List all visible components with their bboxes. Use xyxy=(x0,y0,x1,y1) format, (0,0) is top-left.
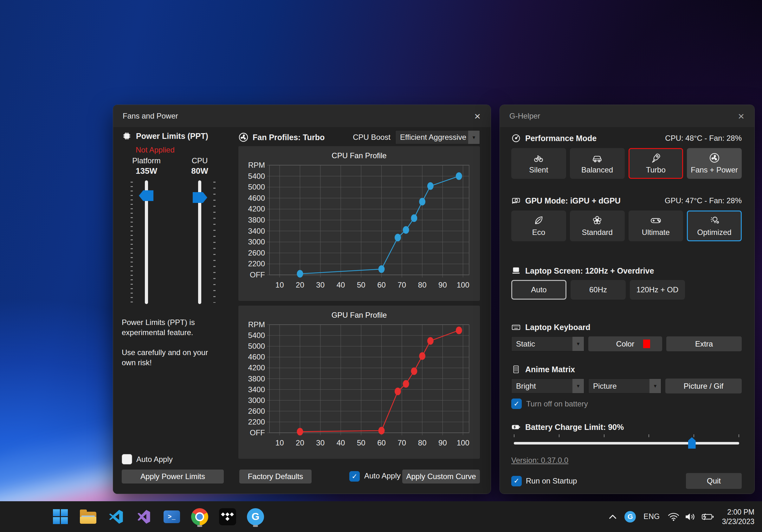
performance-tile-turbo[interactable]: Turbo xyxy=(629,148,683,179)
fan-curve-point[interactable] xyxy=(427,337,434,344)
laptop-icon xyxy=(511,266,521,275)
fan-curve-point[interactable] xyxy=(427,182,434,190)
gpu-fan-chart-panel: GPU Fan Profile OFF220026003000340038004… xyxy=(238,306,480,459)
keyboard-backlight-mode-dropdown[interactable]: Static ▾ xyxy=(511,337,584,351)
chevron-down-icon[interactable]: ▾ xyxy=(572,379,584,393)
version-link[interactable]: Version: 0.37.0.0 xyxy=(511,456,568,465)
battery-charge-slider[interactable] xyxy=(511,434,742,449)
apply-power-limits-button[interactable]: Apply Power Limits xyxy=(122,470,224,484)
gpu-tile-optimized[interactable]: Optimized xyxy=(687,210,742,241)
fan-curve-point[interactable] xyxy=(297,270,303,278)
slider-ticks xyxy=(130,182,133,303)
svg-text:2200: 2200 xyxy=(248,418,265,426)
screen-button-60hz[interactable]: 60Hz xyxy=(571,280,626,300)
matrix-brightness-dropdown[interactable]: Bright ▾ xyxy=(511,379,584,394)
language-indicator[interactable]: ENG xyxy=(644,512,660,521)
hidden-icons-chevron-icon[interactable] xyxy=(609,514,617,520)
fan-curve-point[interactable] xyxy=(403,380,409,388)
volume-icon[interactable] xyxy=(685,512,696,521)
matrix-content-dropdown[interactable]: Picture ▾ xyxy=(588,379,661,394)
screen-button-120hz-od[interactable]: 120Hz + OD xyxy=(630,280,685,300)
fan-curve-point[interactable] xyxy=(411,214,417,222)
platform-power-slider[interactable] xyxy=(127,181,166,304)
power-limits-auto-apply-label: Auto Apply xyxy=(136,455,173,464)
gpu-tile-eco[interactable]: Eco xyxy=(511,210,566,241)
svg-text:10: 10 xyxy=(275,438,284,447)
close-icon[interactable]: × xyxy=(735,111,747,121)
slider-track[interactable] xyxy=(514,442,739,444)
performance-tile-fans-power[interactable]: Fans + Power xyxy=(687,148,742,179)
fans-window-title: Fans and Power xyxy=(123,112,178,120)
gpu-tile-ultimate[interactable]: Ultimate xyxy=(629,210,683,241)
chevron-down-icon[interactable]: ▾ xyxy=(468,131,480,144)
fan-curve-point[interactable] xyxy=(456,327,462,334)
keyboard-extra-button[interactable]: Extra xyxy=(666,337,742,351)
fan-curve-point[interactable] xyxy=(419,352,425,360)
gpu-fan-curve-chart[interactable]: OFF220026003000340038004200460050005400R… xyxy=(242,320,477,451)
taskbar-file-explorer-icon[interactable] xyxy=(78,507,98,527)
taskbar-visual-studio-icon[interactable] xyxy=(134,507,154,527)
laptop-screen-buttons: Auto60Hz120Hz + OD xyxy=(511,280,742,300)
taskbar-app-icons: >_G xyxy=(50,507,266,527)
matrix-battery-off-checkbox[interactable] xyxy=(511,399,522,409)
performance-mode-tiles: SilentBalancedTurboFans + Power xyxy=(511,148,742,179)
fan-curve-point[interactable] xyxy=(419,198,425,205)
svg-text:80: 80 xyxy=(418,280,427,289)
chevron-down-icon[interactable]: ▾ xyxy=(572,337,584,351)
fan-curve-point[interactable] xyxy=(411,367,417,375)
keyboard-color-button[interactable]: Color xyxy=(588,337,662,351)
taskbar-windows-start-icon[interactable] xyxy=(50,507,70,527)
svg-text:3800: 3800 xyxy=(248,216,265,224)
screen-button-auto[interactable]: Auto xyxy=(511,280,567,300)
fan-curve-point[interactable] xyxy=(395,234,401,241)
performance-tile-silent[interactable]: Silent xyxy=(511,148,566,179)
svg-text:2200: 2200 xyxy=(248,259,265,268)
chevron-down-icon[interactable]: ▾ xyxy=(649,379,661,393)
curve-auto-apply-checkbox[interactable] xyxy=(349,471,360,482)
cpu-slider-thumb[interactable] xyxy=(193,192,207,203)
anime-matrix-header: Anime Matrix xyxy=(511,365,742,374)
performance-tile-balanced[interactable]: Balanced xyxy=(570,148,625,179)
fan-curve-point[interactable] xyxy=(378,266,385,273)
svg-text:4200: 4200 xyxy=(248,204,265,213)
apply-custom-curve-button[interactable]: Apply Custom Curve xyxy=(402,470,480,484)
cpu-fan-curve-chart[interactable]: OFF220026003000340038004200460050005400R… xyxy=(242,161,477,293)
gpu-mode-header: GPU Mode: iGPU + dGPU GPU: 47°C - Fan: 2… xyxy=(511,196,742,205)
taskbar-tidal-icon[interactable] xyxy=(217,507,238,527)
leaf-icon xyxy=(533,215,544,226)
matrix-picture-gif-button[interactable]: Picture / Gif xyxy=(665,379,742,394)
g-helper-titlebar[interactable]: G-Helper × xyxy=(500,105,754,127)
svg-text:5000: 5000 xyxy=(248,342,265,350)
svg-text:3000: 3000 xyxy=(248,396,265,405)
wifi-icon[interactable] xyxy=(667,512,680,521)
cpu-boost-dropdown[interactable]: Efficient Aggressive ▾ xyxy=(395,130,480,144)
battery-charging-icon[interactable] xyxy=(701,512,715,521)
fan-curve-point[interactable] xyxy=(297,428,303,436)
fan-curve-point[interactable] xyxy=(456,173,462,180)
svg-text:60: 60 xyxy=(377,438,386,447)
fan-curve-point[interactable] xyxy=(378,427,385,434)
battery-limit-header: Battery Charge Limit: 90% xyxy=(511,422,742,432)
cpu-power-slider[interactable] xyxy=(181,181,219,304)
battery-slider-thumb[interactable] xyxy=(688,437,696,449)
cpu-slider-value: 80W xyxy=(191,166,208,176)
clock-time: 2:00 PM xyxy=(722,507,754,517)
taskbar-vscode-icon[interactable] xyxy=(106,507,126,527)
factory-defaults-button[interactable]: Factory Defaults xyxy=(239,470,312,484)
laptop-keyboard-header: Laptop Keyboard xyxy=(511,323,742,332)
platform-slider-thumb[interactable] xyxy=(139,190,153,201)
taskbar-ghelper-icon[interactable]: G xyxy=(245,507,266,527)
gpu-tile-standard[interactable]: Standard xyxy=(570,210,625,241)
taskbar-clock[interactable]: 2:00 PM 3/23/2023 xyxy=(722,507,754,526)
keyboard-icon xyxy=(511,323,521,332)
taskbar-chrome-icon[interactable] xyxy=(190,507,210,527)
power-limits-auto-apply-checkbox[interactable] xyxy=(122,454,132,465)
taskbar-powershell-icon[interactable]: >_ xyxy=(162,507,182,527)
fan-curve-point[interactable] xyxy=(395,388,401,395)
close-icon[interactable]: × xyxy=(472,111,483,121)
run-on-startup-checkbox[interactable] xyxy=(511,476,522,486)
quit-button[interactable]: Quit xyxy=(686,473,742,489)
ghelper-tray-icon[interactable]: G xyxy=(624,511,636,522)
fan-curve-point[interactable] xyxy=(403,226,409,234)
fans-window-titlebar[interactable]: Fans and Power × xyxy=(113,105,491,127)
